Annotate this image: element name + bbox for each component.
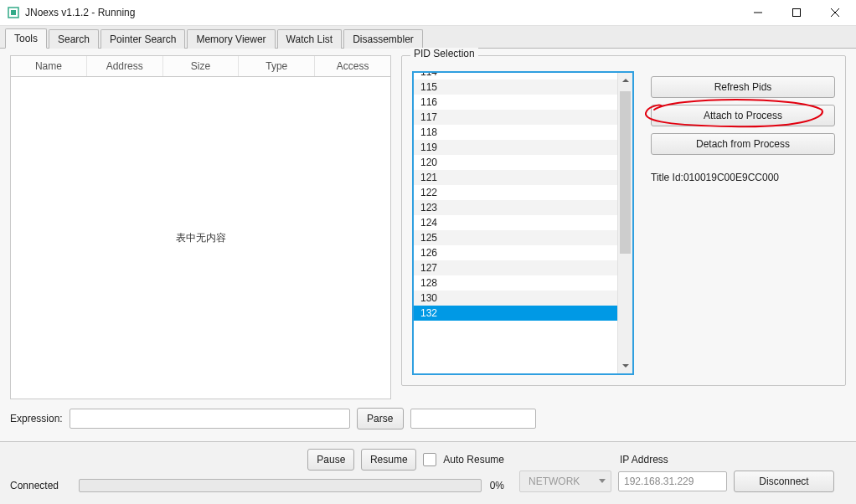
- progress-bar: 0%: [79, 479, 504, 492]
- col-type[interactable]: Type: [239, 56, 315, 76]
- expression-label: Expression:: [10, 413, 63, 424]
- pid-list-item[interactable]: 121: [414, 170, 617, 185]
- title-id: Title Id:010019C00E9CC000: [651, 172, 835, 183]
- pid-list-item[interactable]: 132: [414, 306, 617, 321]
- pid-list-item[interactable]: 119: [414, 140, 617, 155]
- table-header: Name Address Size Type Access: [10, 55, 391, 77]
- pid-list[interactable]: 1141151161171181191201211221231241251261…: [412, 71, 634, 375]
- pid-list-item[interactable]: 117: [414, 110, 617, 125]
- svg-rect-1: [11, 10, 16, 15]
- pid-list-item[interactable]: 120: [414, 155, 617, 170]
- col-size[interactable]: Size: [163, 56, 240, 76]
- pid-list-item[interactable]: 128: [414, 275, 617, 291]
- resume-button[interactable]: Resume: [361, 449, 416, 471]
- pid-list-item[interactable]: 127: [414, 260, 617, 275]
- scroll-down-icon[interactable]: [618, 358, 632, 373]
- tab-watch-list[interactable]: Watch List: [277, 29, 343, 49]
- pid-list-item[interactable]: 130: [414, 291, 617, 306]
- memory-table-panel: Name Address Size Type Access 表中无内容: [10, 55, 391, 399]
- progress-percent: 0%: [490, 480, 504, 491]
- minimize-button[interactable]: [739, 0, 777, 25]
- refresh-pids-button[interactable]: Refresh Pids: [651, 76, 835, 98]
- expression-input[interactable]: [70, 409, 350, 429]
- col-address[interactable]: Address: [87, 56, 163, 76]
- network-combo-label: NETWORK: [529, 476, 580, 487]
- maximize-button[interactable]: [777, 0, 816, 25]
- col-name[interactable]: Name: [11, 56, 87, 76]
- pid-list-item[interactable]: 114: [414, 71, 617, 80]
- pid-buttons: Refresh Pids Attach to Process Detach fr…: [651, 71, 835, 375]
- status-text: Connected: [10, 480, 69, 491]
- tab-tools[interactable]: Tools: [5, 28, 47, 49]
- app-icon: [7, 6, 20, 19]
- titlebar: JNoexs v1.1.2 - Running: [0, 0, 856, 25]
- tab-strip: Tools Search Pointer Search Memory Viewe…: [0, 25, 856, 49]
- title-id-label: Title Id:: [651, 172, 683, 183]
- tab-search[interactable]: Search: [49, 29, 99, 49]
- col-access[interactable]: Access: [315, 56, 390, 76]
- pid-list-item[interactable]: 124: [414, 215, 617, 230]
- auto-resume-checkbox[interactable]: [423, 453, 436, 466]
- expression-row: Expression: Parse: [0, 399, 856, 441]
- disconnect-button[interactable]: Disconnect: [734, 471, 834, 492]
- title-id-value: 010019C00E9CC000: [683, 172, 779, 183]
- tab-pointer-search[interactable]: Pointer Search: [101, 29, 185, 49]
- pid-list-item[interactable]: 118: [414, 125, 617, 140]
- window-controls: [739, 0, 854, 25]
- scroll-up-icon[interactable]: [618, 73, 632, 88]
- auto-resume-label: Auto Resume: [443, 454, 504, 465]
- scroll-track[interactable]: [618, 88, 632, 358]
- pid-panel: PID Selection 11411511611711811912012112…: [401, 55, 846, 399]
- close-button[interactable]: [816, 0, 854, 25]
- chevron-down-icon: [599, 479, 606, 484]
- svg-rect-3: [793, 9, 801, 17]
- memory-table: Name Address Size Type Access 表中无内容: [10, 55, 391, 399]
- ip-address-label: IP Address: [620, 454, 846, 465]
- pid-scrollbar[interactable]: [617, 73, 632, 373]
- table-body: 表中无内容: [10, 77, 391, 399]
- window-title: JNoexs v1.1.2 - Running: [25, 7, 739, 18]
- pid-list-item[interactable]: 125: [414, 230, 617, 245]
- attach-to-process-button[interactable]: Attach to Process: [651, 105, 835, 126]
- table-empty-text: 表中无内容: [176, 231, 226, 245]
- tab-memory-viewer[interactable]: Memory Viewer: [187, 29, 275, 49]
- pause-button[interactable]: Pause: [307, 449, 354, 471]
- expression-result[interactable]: [410, 409, 536, 429]
- content-area: Name Address Size Type Access 表中无内容 PID …: [0, 49, 856, 441]
- pid-list-item[interactable]: 115: [414, 80, 617, 95]
- ip-address-input[interactable]: [618, 471, 727, 491]
- pid-legend: PID Selection: [410, 48, 478, 59]
- detach-from-process-button[interactable]: Detach from Process: [651, 133, 835, 155]
- pid-list-item[interactable]: 126: [414, 245, 617, 260]
- bottom-bar: Pause Resume Auto Resume Connected 0% IP…: [0, 441, 856, 504]
- network-combo[interactable]: NETWORK: [519, 471, 611, 492]
- parse-button[interactable]: Parse: [357, 408, 404, 429]
- pid-list-item[interactable]: 116: [414, 95, 617, 110]
- scroll-thumb[interactable]: [620, 91, 631, 254]
- pid-list-item[interactable]: 122: [414, 185, 617, 200]
- tab-disassembler[interactable]: Disassembler: [343, 29, 423, 49]
- pid-list-item[interactable]: 123: [414, 200, 617, 215]
